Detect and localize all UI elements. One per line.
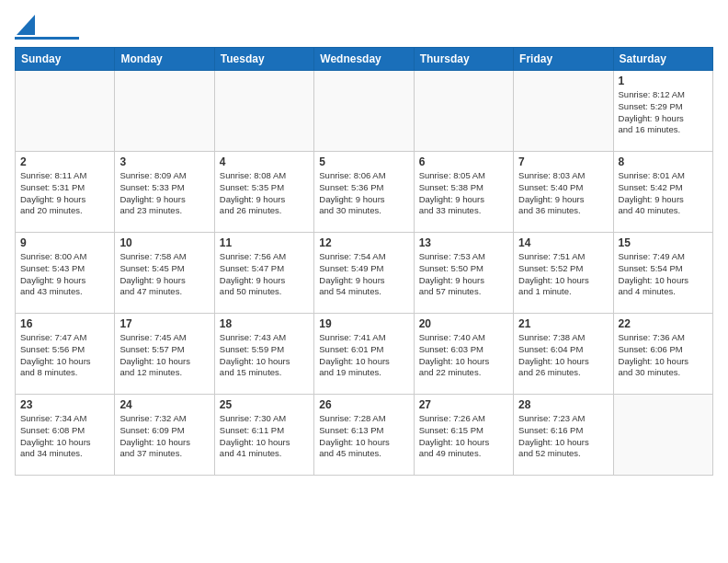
day-number: 27 <box>419 398 508 411</box>
calendar-cell: 18Sunrise: 7:43 AM Sunset: 5:59 PM Dayli… <box>214 314 313 395</box>
day-number: 24 <box>119 398 209 411</box>
day-number: 6 <box>419 155 508 168</box>
calendar-week-5: 23Sunrise: 7:34 AM Sunset: 6:08 PM Dayli… <box>16 395 713 476</box>
day-number: 1 <box>619 75 708 87</box>
calendar-cell: 7Sunrise: 8:03 AM Sunset: 5:40 PM Daylig… <box>514 152 613 233</box>
day-info: Sunrise: 8:03 AM Sunset: 5:40 PM Dayligh… <box>518 170 608 217</box>
calendar-cell: 15Sunrise: 7:49 AM Sunset: 5:54 PM Dayli… <box>613 233 712 314</box>
logo <box>15 15 79 40</box>
day-info: Sunrise: 7:34 AM Sunset: 6:08 PM Dayligh… <box>20 413 109 460</box>
weekday-header-thursday: Thursday <box>414 48 513 71</box>
logo-icon <box>17 15 35 35</box>
day-number: 10 <box>119 236 209 249</box>
calendar-cell <box>16 71 115 152</box>
day-number: 28 <box>518 398 608 411</box>
day-number: 14 <box>518 236 608 249</box>
day-info: Sunrise: 7:45 AM Sunset: 5:57 PM Dayligh… <box>119 332 209 379</box>
calendar-week-4: 16Sunrise: 7:47 AM Sunset: 5:56 PM Dayli… <box>16 314 713 395</box>
calendar-week-1: 1Sunrise: 8:12 AM Sunset: 5:29 PM Daylig… <box>16 71 713 152</box>
day-number: 22 <box>619 317 708 330</box>
calendar-cell: 4Sunrise: 8:08 AM Sunset: 5:35 PM Daylig… <box>214 152 313 233</box>
day-number: 3 <box>119 155 209 168</box>
day-number: 2 <box>20 155 109 168</box>
day-info: Sunrise: 7:49 AM Sunset: 5:54 PM Dayligh… <box>619 251 708 298</box>
page-header <box>15 15 713 40</box>
day-info: Sunrise: 8:08 AM Sunset: 5:35 PM Dayligh… <box>220 170 309 217</box>
weekday-header-wednesday: Wednesday <box>314 48 414 71</box>
day-number: 18 <box>220 317 309 330</box>
calendar-cell <box>214 71 313 152</box>
day-info: Sunrise: 7:47 AM Sunset: 5:56 PM Dayligh… <box>20 332 109 379</box>
calendar-cell: 26Sunrise: 7:28 AM Sunset: 6:13 PM Dayli… <box>314 395 414 476</box>
day-number: 5 <box>319 155 408 168</box>
day-info: Sunrise: 8:00 AM Sunset: 5:43 PM Dayligh… <box>20 251 109 298</box>
day-info: Sunrise: 7:51 AM Sunset: 5:52 PM Dayligh… <box>518 251 608 298</box>
calendar-cell: 22Sunrise: 7:36 AM Sunset: 6:06 PM Dayli… <box>613 314 712 395</box>
calendar-cell <box>115 71 214 152</box>
day-number: 26 <box>319 398 408 411</box>
calendar-cell: 28Sunrise: 7:23 AM Sunset: 6:16 PM Dayli… <box>514 395 613 476</box>
calendar-cell: 21Sunrise: 7:38 AM Sunset: 6:04 PM Dayli… <box>514 314 613 395</box>
weekday-header-monday: Monday <box>115 48 214 71</box>
calendar-cell: 5Sunrise: 8:06 AM Sunset: 5:36 PM Daylig… <box>314 152 414 233</box>
calendar-cell: 3Sunrise: 8:09 AM Sunset: 5:33 PM Daylig… <box>115 152 214 233</box>
day-info: Sunrise: 7:56 AM Sunset: 5:47 PM Dayligh… <box>220 251 309 298</box>
calendar-cell: 10Sunrise: 7:58 AM Sunset: 5:45 PM Dayli… <box>115 233 214 314</box>
weekday-header-sunday: Sunday <box>16 48 115 71</box>
calendar-cell: 1Sunrise: 8:12 AM Sunset: 5:29 PM Daylig… <box>613 71 712 152</box>
day-info: Sunrise: 8:09 AM Sunset: 5:33 PM Dayligh… <box>119 170 209 217</box>
calendar-table: SundayMondayTuesdayWednesdayThursdayFrid… <box>15 47 713 476</box>
day-info: Sunrise: 7:40 AM Sunset: 6:03 PM Dayligh… <box>419 332 508 379</box>
calendar-cell: 2Sunrise: 8:11 AM Sunset: 5:31 PM Daylig… <box>16 152 115 233</box>
calendar-cell: 20Sunrise: 7:40 AM Sunset: 6:03 PM Dayli… <box>414 314 513 395</box>
day-number: 25 <box>220 398 309 411</box>
calendar-cell: 27Sunrise: 7:26 AM Sunset: 6:15 PM Dayli… <box>414 395 513 476</box>
weekday-header-saturday: Saturday <box>613 48 712 71</box>
day-info: Sunrise: 7:28 AM Sunset: 6:13 PM Dayligh… <box>319 413 408 460</box>
calendar-cell: 9Sunrise: 8:00 AM Sunset: 5:43 PM Daylig… <box>16 233 115 314</box>
calendar-week-3: 9Sunrise: 8:00 AM Sunset: 5:43 PM Daylig… <box>16 233 713 314</box>
day-info: Sunrise: 7:26 AM Sunset: 6:15 PM Dayligh… <box>419 413 508 460</box>
calendar-cell: 8Sunrise: 8:01 AM Sunset: 5:42 PM Daylig… <box>613 152 712 233</box>
day-number: 8 <box>619 155 708 168</box>
day-info: Sunrise: 8:06 AM Sunset: 5:36 PM Dayligh… <box>319 170 408 217</box>
day-number: 19 <box>319 317 408 330</box>
day-info: Sunrise: 7:53 AM Sunset: 5:50 PM Dayligh… <box>419 251 508 298</box>
day-info: Sunrise: 8:05 AM Sunset: 5:38 PM Dayligh… <box>419 170 508 217</box>
calendar-cell: 14Sunrise: 7:51 AM Sunset: 5:52 PM Dayli… <box>514 233 613 314</box>
calendar-cell: 24Sunrise: 7:32 AM Sunset: 6:09 PM Dayli… <box>115 395 214 476</box>
day-info: Sunrise: 7:58 AM Sunset: 5:45 PM Dayligh… <box>119 251 209 298</box>
calendar-cell: 11Sunrise: 7:56 AM Sunset: 5:47 PM Dayli… <box>214 233 313 314</box>
day-info: Sunrise: 7:41 AM Sunset: 6:01 PM Dayligh… <box>319 332 408 379</box>
weekday-header-friday: Friday <box>514 48 613 71</box>
day-info: Sunrise: 7:30 AM Sunset: 6:11 PM Dayligh… <box>220 413 309 460</box>
calendar-header-row: SundayMondayTuesdayWednesdayThursdayFrid… <box>16 48 713 71</box>
calendar-cell: 13Sunrise: 7:53 AM Sunset: 5:50 PM Dayli… <box>414 233 513 314</box>
day-number: 21 <box>518 317 608 330</box>
day-number: 15 <box>619 236 708 249</box>
day-number: 17 <box>119 317 209 330</box>
day-number: 12 <box>319 236 408 249</box>
svg-marker-0 <box>17 15 35 35</box>
calendar-cell: 17Sunrise: 7:45 AM Sunset: 5:57 PM Dayli… <box>115 314 214 395</box>
calendar-cell: 23Sunrise: 7:34 AM Sunset: 6:08 PM Dayli… <box>16 395 115 476</box>
day-info: Sunrise: 7:54 AM Sunset: 5:49 PM Dayligh… <box>319 251 408 298</box>
calendar-week-2: 2Sunrise: 8:11 AM Sunset: 5:31 PM Daylig… <box>16 152 713 233</box>
day-number: 4 <box>220 155 309 168</box>
calendar-cell <box>514 71 613 152</box>
day-number: 9 <box>20 236 109 249</box>
logo-underline <box>15 37 79 40</box>
day-info: Sunrise: 7:32 AM Sunset: 6:09 PM Dayligh… <box>119 413 209 460</box>
day-info: Sunrise: 7:38 AM Sunset: 6:04 PM Dayligh… <box>518 332 608 379</box>
calendar-cell <box>414 71 513 152</box>
day-info: Sunrise: 7:43 AM Sunset: 5:59 PM Dayligh… <box>220 332 309 379</box>
calendar-cell <box>613 395 712 476</box>
day-number: 7 <box>518 155 608 168</box>
day-info: Sunrise: 7:36 AM Sunset: 6:06 PM Dayligh… <box>619 332 708 379</box>
day-info: Sunrise: 8:11 AM Sunset: 5:31 PM Dayligh… <box>20 170 109 217</box>
calendar-cell: 6Sunrise: 8:05 AM Sunset: 5:38 PM Daylig… <box>414 152 513 233</box>
day-info: Sunrise: 8:12 AM Sunset: 5:29 PM Dayligh… <box>619 89 708 136</box>
calendar-cell: 16Sunrise: 7:47 AM Sunset: 5:56 PM Dayli… <box>16 314 115 395</box>
day-number: 20 <box>419 317 508 330</box>
day-number: 16 <box>20 317 109 330</box>
